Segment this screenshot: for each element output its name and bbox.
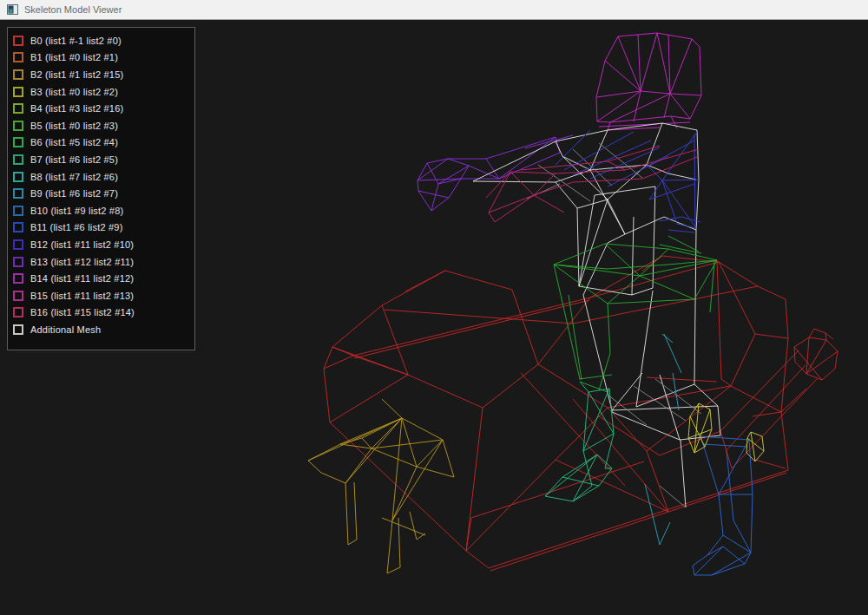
legend-item-B12[interactable]: B12 (list1 #11 list2 #10) xyxy=(8,236,194,253)
bone-color-swatch[interactable] xyxy=(13,222,23,232)
bone-color-swatch[interactable] xyxy=(13,291,23,301)
title-bar[interactable]: Skeleton Model Viewer xyxy=(0,0,868,20)
legend-item-label: B16 (list1 #15 list2 #14) xyxy=(30,307,135,317)
bone-color-swatch[interactable] xyxy=(13,273,23,284)
bone-color-swatch[interactable] xyxy=(13,172,23,182)
bone-color-swatch[interactable] xyxy=(13,87,23,97)
legend-item-B4[interactable]: B4 (list1 #3 list2 #16) xyxy=(8,100,194,117)
legend-item-label: B7 (list1 #6 list2 #5) xyxy=(30,154,118,165)
legend-item-label: B3 (list1 #0 list2 #2) xyxy=(30,87,118,97)
legend-item-label: B13 (list1 #12 list2 #11) xyxy=(30,257,134,267)
legend-item-label: B10 (list1 #9 list2 #8) xyxy=(30,206,123,216)
legend-item-label: B12 (list1 #11 list2 #10) xyxy=(30,239,134,250)
legend-item-B11[interactable]: B11 (list1 #6 list2 #9) xyxy=(8,219,194,237)
legend-item-label: B11 (list1 #6 list2 #9) xyxy=(30,222,123,232)
legend-item-label: B8 (list1 #7 list2 #6) xyxy=(30,172,118,182)
legend-item-B5[interactable]: B5 (list1 #0 list2 #3) xyxy=(8,117,194,134)
bone-color-swatch[interactable] xyxy=(13,154,23,165)
legend-item-B3[interactable]: B3 (list1 #0 list2 #2) xyxy=(8,83,194,101)
bone-color-swatch[interactable] xyxy=(13,206,23,216)
bone-color-swatch[interactable] xyxy=(13,137,23,147)
legend-item-ADD[interactable]: Additional Mesh xyxy=(8,321,194,338)
legend-item-label: B15 (list1 #11 list2 #13) xyxy=(30,291,134,301)
legend-item-label: Additional Mesh xyxy=(30,324,101,335)
app-window-icon xyxy=(7,4,18,15)
bone-color-swatch[interactable] xyxy=(13,188,23,199)
bone-color-swatch[interactable] xyxy=(13,69,23,80)
legend-item-label: B9 (list1 #6 list2 #7) xyxy=(30,188,118,199)
legend-item-label: B0 (list1 #-1 list2 #0) xyxy=(30,36,122,46)
legend-item-label: B2 (list1 #1 list2 #15) xyxy=(30,69,123,80)
legend-item-B15[interactable]: B15 (list1 #11 list2 #13) xyxy=(8,287,194,304)
bone-color-swatch[interactable] xyxy=(13,121,23,131)
legend-item-B2[interactable]: B2 (list1 #1 list2 #15) xyxy=(8,66,194,83)
bone-color-swatch[interactable] xyxy=(13,324,23,335)
legend-item-B16[interactable]: B16 (list1 #15 list2 #14) xyxy=(8,304,194,322)
legend-item-label: B4 (list1 #3 list2 #16) xyxy=(30,103,123,114)
bone-color-swatch[interactable] xyxy=(13,36,23,46)
bone-color-swatch[interactable] xyxy=(13,257,23,267)
bone-color-swatch[interactable] xyxy=(13,307,23,317)
bone-color-swatch[interactable] xyxy=(13,103,23,114)
legend-item-label: B6 (list1 #5 list2 #4) xyxy=(30,137,118,147)
legend-panel: B0 (list1 #-1 list2 #0)B1 (list1 #0 list… xyxy=(7,27,195,350)
legend-item-label: B5 (list1 #0 list2 #3) xyxy=(30,121,118,131)
bone-color-swatch[interactable] xyxy=(13,52,23,62)
legend-item-B10[interactable]: B10 (list1 #9 list2 #8) xyxy=(8,202,194,219)
bone-color-swatch[interactable] xyxy=(13,239,23,250)
legend-item-B13[interactable]: B13 (list1 #12 list2 #11) xyxy=(8,253,194,271)
legend-item-label: B1 (list1 #0 list2 #1) xyxy=(30,52,118,62)
legend-item-B9[interactable]: B9 (list1 #6 list2 #7) xyxy=(8,185,194,202)
legend-item-B0[interactable]: B0 (list1 #-1 list2 #0) xyxy=(8,32,194,49)
legend-item-label: B14 (list1 #11 list2 #12) xyxy=(30,273,134,284)
legend-item-B8[interactable]: B8 (list1 #7 list2 #6) xyxy=(8,168,194,186)
legend-item-B14[interactable]: B14 (list1 #11 list2 #12) xyxy=(8,270,194,287)
window-title: Skeleton Model Viewer xyxy=(24,4,122,15)
legend-item-B1[interactable]: B1 (list1 #0 list2 #1) xyxy=(8,49,194,67)
legend-item-B6[interactable]: B6 (list1 #5 list2 #4) xyxy=(8,134,194,152)
legend-item-B7[interactable]: B7 (list1 #6 list2 #5) xyxy=(8,151,194,168)
